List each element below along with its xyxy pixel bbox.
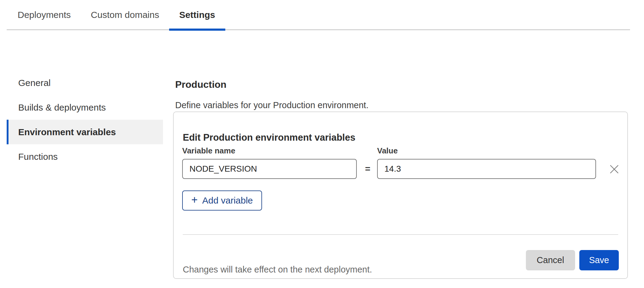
footer-note: Changes will take effect on the next dep…: [183, 264, 372, 275]
footer-actions: Cancel Save: [526, 250, 619, 270]
plus-icon: +: [191, 194, 198, 205]
card-title: Edit Production environment variables: [183, 132, 355, 143]
value-label: Value: [377, 146, 398, 156]
tab-custom-domains[interactable]: Custom domains: [81, 0, 169, 29]
page-title: Production: [175, 79, 227, 90]
page-description: Define variables for your Production env…: [175, 100, 369, 110]
cancel-button[interactable]: Cancel: [526, 250, 575, 270]
tab-deployments[interactable]: Deployments: [8, 0, 81, 29]
variable-value-input[interactable]: [377, 159, 596, 179]
close-icon: [609, 164, 619, 174]
sidebar-item-builds-deployments[interactable]: Builds & deployments: [7, 95, 163, 120]
sidebar-item-environment-variables[interactable]: Environment variables: [7, 120, 163, 144]
tab-settings[interactable]: Settings: [169, 0, 225, 29]
environment-variables-card: Edit Production environment variables Va…: [173, 111, 628, 279]
save-button[interactable]: Save: [579, 250, 619, 270]
sidebar-item-functions[interactable]: Functions: [7, 144, 163, 169]
variable-name-label: Variable name: [182, 146, 235, 156]
sidebar-item-general[interactable]: General: [7, 70, 163, 95]
equals-sign: =: [358, 159, 377, 179]
settings-sidebar: General Builds & deployments Environment…: [7, 70, 163, 169]
add-variable-button[interactable]: + Add variable: [182, 190, 262, 211]
project-tab-bar: Deployments Custom domains Settings: [7, 0, 630, 30]
card-divider: [183, 234, 618, 235]
remove-variable-button[interactable]: [608, 163, 621, 176]
add-variable-label: Add variable: [202, 195, 253, 206]
variable-name-input[interactable]: [182, 159, 357, 179]
